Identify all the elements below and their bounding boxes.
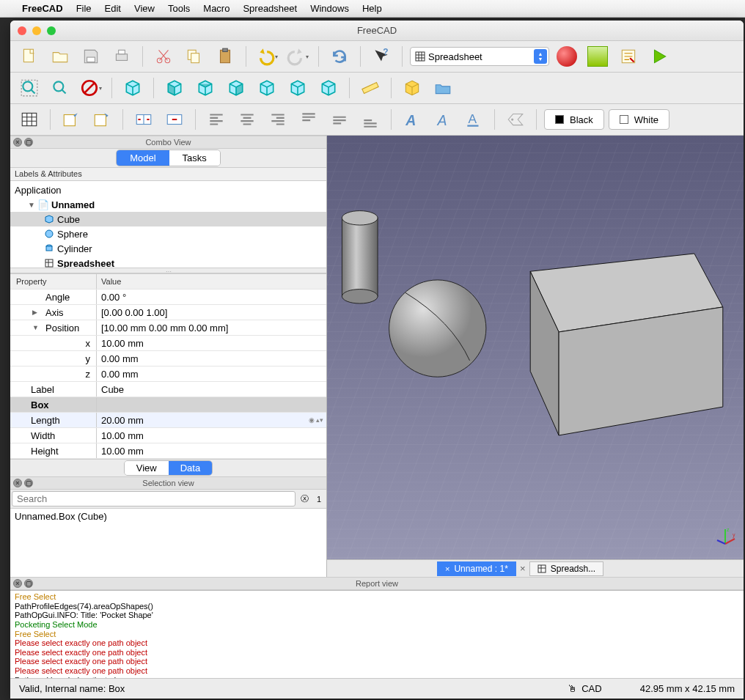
split-cell-button[interactable] (161, 107, 188, 132)
doctab-unnamed[interactable]: ×Unnamed : 1* (437, 561, 516, 576)
workbench-select[interactable]: Spreadsheet ▲▼ (410, 47, 549, 66)
doctab-spreadsheet[interactable]: Spreadsh... (529, 561, 603, 576)
fit-all-button[interactable] (16, 75, 43, 100)
new-button[interactable] (16, 44, 43, 69)
prop-length-value[interactable]: 20.00 mm◉▴▾ (97, 415, 326, 426)
report-view[interactable]: Free SelectPathProfileEdges(74).areaOpSh… (10, 590, 744, 678)
prop-length[interactable]: Length (10, 413, 97, 427)
prop-width[interactable]: Width (10, 428, 97, 443)
menu-spreadsheet[interactable]: Spreadsheet (243, 3, 297, 14)
minimize-icon[interactable] (32, 26, 41, 35)
prop-z-value[interactable]: 0.00 mm (97, 369, 326, 380)
export-button[interactable] (89, 107, 115, 132)
prop-height[interactable]: Height (10, 443, 97, 458)
prop-position[interactable]: ▼Position (10, 320, 97, 335)
panel-close-icon[interactable]: × (13, 579, 22, 588)
prop-axis-value[interactable]: [0.00 0.00 1.00] (97, 307, 326, 318)
menu-windows[interactable]: Windows (310, 3, 349, 14)
tree-application[interactable]: Application (10, 183, 326, 197)
rear-view-button[interactable] (254, 75, 280, 100)
prop-y-value[interactable]: 0.00 mm (97, 353, 326, 364)
save-button[interactable] (78, 44, 104, 69)
align-bottom-button[interactable] (357, 107, 383, 132)
print-button[interactable] (109, 44, 135, 69)
axis-gizmo-icon[interactable]: z y (714, 526, 736, 548)
chevron-down-icon[interactable]: ▼ (32, 324, 39, 331)
open-button[interactable] (47, 44, 73, 69)
import-button[interactable] (58, 107, 84, 132)
whatsthis-button[interactable]: ? (368, 44, 394, 69)
nav-mode[interactable]: CAD (581, 683, 601, 694)
prop-z[interactable]: z (10, 366, 97, 381)
zoom-icon[interactable] (47, 26, 56, 35)
tab-tasks[interactable]: Tasks (169, 150, 220, 166)
box-shape[interactable] (530, 254, 723, 435)
menu-macro[interactable]: Macro (203, 3, 230, 14)
prop-width-value[interactable]: 10.00 mm (97, 430, 326, 441)
align-top-button[interactable] (296, 107, 322, 132)
close-tab-icon[interactable]: × (445, 564, 449, 573)
tab-view[interactable]: View (125, 461, 169, 475)
underline-button[interactable]: A (460, 107, 487, 132)
paste-button[interactable] (212, 44, 238, 69)
search-input[interactable] (12, 491, 296, 506)
expression-icon[interactable]: ◉ (309, 416, 315, 424)
copy-button[interactable] (181, 44, 208, 69)
align-vcenter-button[interactable] (326, 107, 353, 132)
prop-x-value[interactable]: 10.00 mm (97, 338, 326, 349)
model-tree[interactable]: Application ▼📄Unnamed Cube Sphere Cylind… (10, 181, 326, 268)
group-button[interactable] (430, 75, 456, 100)
tree-item-cube[interactable]: Cube (10, 212, 326, 226)
align-left-button[interactable] (203, 107, 230, 132)
run-macro-button[interactable] (646, 44, 672, 69)
cut-button[interactable] (150, 44, 177, 69)
tree-document[interactable]: ▼📄Unnamed (10, 197, 326, 212)
menu-help[interactable]: Help (362, 3, 382, 14)
prop-label[interactable]: Label (10, 382, 97, 397)
panel-float-icon[interactable]: ▢ (24, 579, 33, 588)
part-button[interactable] (399, 75, 425, 100)
spinner-icon[interactable]: ▴▾ (316, 416, 323, 424)
merge-cells-button[interactable] (131, 107, 157, 132)
align-right-button[interactable] (265, 107, 291, 132)
tab-model[interactable]: Model (117, 150, 169, 166)
stop-macro-button[interactable] (584, 44, 611, 69)
menu-view[interactable]: View (134, 3, 155, 14)
prop-label-value[interactable]: Cube (97, 384, 326, 395)
prop-axis[interactable]: ▶Axis (10, 305, 97, 320)
right-view-button[interactable] (223, 75, 249, 100)
panel-float-icon[interactable]: ▢ (24, 138, 33, 147)
splitter[interactable]: ⋯ (10, 268, 326, 273)
fit-selection-button[interactable] (47, 75, 73, 100)
redo-button[interactable]: ▾ (285, 44, 311, 69)
italic-button[interactable]: A (430, 107, 456, 132)
panel-close-icon[interactable]: × (13, 138, 22, 147)
menu-tools[interactable]: Tools (168, 3, 190, 14)
prop-y[interactable]: y (10, 351, 97, 366)
black-button[interactable]: Black (544, 109, 604, 130)
white-button[interactable]: White (609, 109, 669, 130)
chevron-right-icon[interactable]: ▶ (32, 309, 37, 316)
prop-position-value[interactable]: [10.00 mm 0.00 mm 0.00 mm] (97, 323, 326, 334)
app-name[interactable]: FreeCAD (22, 3, 63, 14)
record-macro-button[interactable] (554, 44, 580, 69)
prop-angle-value[interactable]: 0.00 ° (97, 292, 326, 303)
tree-item-cylinder[interactable]: Cylinder (10, 241, 326, 256)
align-center-button[interactable] (234, 107, 260, 132)
sphere-shape[interactable] (389, 280, 486, 377)
tree-item-sphere[interactable]: Sphere (10, 226, 326, 241)
prop-height-value[interactable]: 10.00 mm (97, 446, 326, 457)
clear-search-button[interactable]: ⓧ (297, 490, 312, 508)
menu-file[interactable]: File (76, 3, 92, 14)
alias-button[interactable] (502, 107, 529, 132)
cylinder-shape[interactable] (342, 211, 378, 303)
prop-group-box[interactable]: Box (10, 397, 97, 412)
top-view-button[interactable] (192, 75, 219, 100)
new-spreadsheet-button[interactable] (16, 107, 43, 132)
undo-button[interactable]: ▾ (254, 44, 280, 69)
bold-button[interactable]: A (399, 107, 425, 132)
tab-data[interactable]: Data (169, 461, 212, 475)
panel-float-icon[interactable]: ▢ (24, 479, 33, 487)
close-tab-button[interactable]: × (516, 563, 529, 574)
tree-item-spreadsheet[interactable]: Spreadsheet (10, 256, 326, 268)
